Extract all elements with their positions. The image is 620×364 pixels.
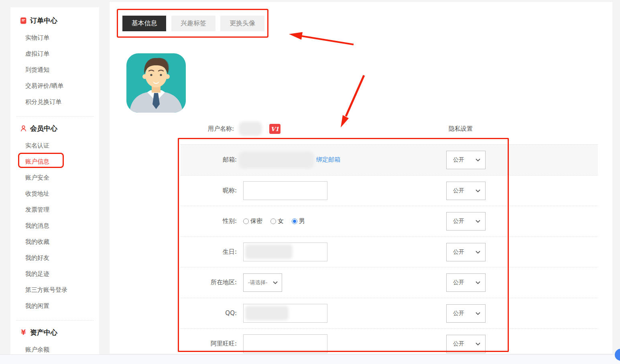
sidebar-item-my-footprints[interactable]: 我的足迹 — [10, 266, 99, 282]
content-panel: 基本信息 兴趣标签 更换头像 — [110, 2, 612, 354]
radio-label: 女 — [278, 217, 284, 225]
sidebar-item-arrival-notice[interactable]: 到货通知 — [10, 62, 99, 78]
username-label: 用户名称: — [208, 125, 234, 133]
region-select[interactable]: -请选择- — [243, 273, 282, 292]
form-row-qq: QQ: 公开 — [181, 298, 598, 329]
radio-icon — [243, 218, 249, 224]
sidebar-section-title: 资产中心 — [30, 326, 57, 338]
tab-basic-info[interactable]: 基本信息 — [122, 16, 166, 31]
form-row-email: 邮箱: 绑定邮箱 公开 — [181, 144, 598, 175]
region-label: 所在地区: — [181, 267, 237, 298]
sidebar-item-account-security[interactable]: 账户安全 — [10, 170, 99, 186]
form-row-gender: 性别: 保密 女 男 公开 — [181, 206, 598, 237]
sidebar-item-physical-orders[interactable]: 实物订单 — [10, 30, 99, 46]
radio-icon — [270, 218, 276, 224]
qq-input[interactable] — [243, 304, 327, 323]
aliwangwang-label: 阿里旺旺: — [181, 329, 237, 354]
sidebar-item-points-orders[interactable]: 积分兑换订单 — [10, 94, 99, 110]
sidebar-section-order-center: 订单中心 — [10, 14, 99, 26]
tab-change-avatar[interactable]: 更换头像 — [220, 16, 264, 31]
chevron-down-icon — [476, 281, 480, 284]
username-value-blurred — [239, 121, 262, 136]
privacy-value: 公开 — [453, 340, 464, 348]
gender-radio-female[interactable]: 女 — [270, 217, 284, 225]
form-row-nickname: 昵称: 公开 — [181, 175, 598, 206]
gender-radio-confidential[interactable]: 保密 — [243, 217, 262, 225]
form-row-aliwangwang: 阿里旺旺: 公开 — [181, 328, 598, 354]
sidebar-item-my-messages[interactable]: 我的消息 — [10, 218, 99, 234]
sidebar-section-title: 订单中心 — [30, 14, 57, 26]
privacy-select-gender[interactable]: 公开 — [446, 212, 486, 231]
account-form: 邮箱: 绑定邮箱 公开 昵称: 公开 — [181, 144, 598, 354]
sidebar-item-shipping-address[interactable]: 收货地址 — [10, 186, 99, 202]
region-select-value: -请选择- — [248, 279, 267, 286]
email-label: 邮箱: — [181, 145, 237, 175]
sidebar-item-my-favorites[interactable]: 我的收藏 — [10, 234, 99, 250]
bind-email-link[interactable]: 绑定邮箱 — [316, 156, 340, 164]
privacy-settings-header: 隐私设置 — [449, 125, 473, 133]
chevron-down-icon — [273, 281, 278, 284]
privacy-select-email[interactable]: 公开 — [446, 151, 486, 169]
privacy-select-aliwangwang[interactable]: 公开 — [446, 335, 486, 353]
radio-checked-icon — [292, 218, 297, 224]
privacy-value: 公开 — [453, 187, 464, 194]
qq-value-blurred — [245, 306, 289, 320]
birthday-label: 生日: — [181, 237, 237, 267]
sidebar-item-virtual-orders[interactable]: 虚拟订单 — [10, 46, 99, 62]
privacy-select-qq[interactable]: 公开 — [446, 304, 486, 323]
sidebar-item-third-party-login[interactable]: 第三方账号登录 — [10, 282, 99, 298]
email-value-blurred — [239, 152, 314, 168]
sidebar-item-account-info[interactable]: 账户信息 — [10, 154, 99, 170]
privacy-value: 公开 — [453, 249, 464, 256]
radio-label: 保密 — [250, 217, 262, 225]
chevron-down-icon — [476, 189, 480, 192]
chevron-down-icon — [476, 312, 480, 315]
gender-label: 性别: — [181, 206, 237, 237]
sidebar-item-my-idle[interactable]: 我的闲置 — [10, 298, 99, 314]
sidebar-item-real-name-auth[interactable]: 实名认证 — [10, 138, 99, 154]
avatar — [126, 53, 186, 113]
sidebar-divider — [16, 320, 94, 321]
nickname-input[interactable] — [243, 181, 327, 200]
chevron-down-icon — [476, 342, 480, 346]
yuan-icon: ¥ — [20, 329, 27, 336]
gender-radio-male[interactable]: 男 — [292, 217, 305, 225]
birthday-input[interactable] — [243, 243, 327, 261]
qq-label: QQ: — [181, 298, 237, 329]
sidebar-item-trade-reviews[interactable]: 交易评价/晒单 — [10, 78, 99, 94]
form-row-birthday: 生日: 公开 — [181, 237, 598, 267]
sidebar-section-member-center: 会员中心 — [10, 122, 99, 134]
radio-label: 男 — [299, 217, 305, 225]
sidebar-section-title: 会员中心 — [30, 122, 57, 134]
chevron-down-icon — [476, 220, 480, 223]
username-row: 用户名称: V1 隐私设置 — [110, 121, 612, 138]
footer-strip — [0, 354, 620, 364]
tab-interest-tags[interactable]: 兴趣标签 — [171, 16, 215, 31]
member-icon — [20, 125, 27, 132]
privacy-value: 公开 — [453, 310, 464, 317]
privacy-select-birthday[interactable]: 公开 — [446, 243, 486, 261]
form-row-region: 所在地区: -请选择- 公开 — [181, 267, 598, 298]
sidebar-item-my-friends[interactable]: 我的好友 — [10, 250, 99, 266]
privacy-select-nickname[interactable]: 公开 — [446, 182, 486, 200]
privacy-value: 公开 — [453, 279, 464, 286]
aliwangwang-input[interactable] — [243, 334, 327, 353]
chevron-down-icon — [476, 251, 480, 254]
sidebar-section-asset-center: ¥ 资产中心 — [10, 326, 99, 338]
order-icon — [20, 17, 27, 24]
sidebar: 订单中心 实物订单 虚拟订单 到货通知 交易评价/晒单 积分兑换订单 会员中心 … — [10, 7, 99, 354]
account-info-page: 订单中心 实物订单 虚拟订单 到货通知 交易评价/晒单 积分兑换订单 会员中心 … — [0, 0, 620, 364]
level-badge: V1 — [269, 124, 281, 134]
sidebar-item-invoice-management[interactable]: 发票管理 — [10, 202, 99, 218]
privacy-select-region[interactable]: 公开 — [446, 273, 486, 292]
nickname-label: 昵称: — [181, 176, 237, 206]
chevron-down-icon — [476, 158, 480, 162]
privacy-value: 公开 — [453, 156, 464, 164]
sidebar-divider — [16, 116, 94, 117]
birthday-value-blurred — [245, 245, 293, 259]
privacy-value: 公开 — [453, 218, 464, 225]
